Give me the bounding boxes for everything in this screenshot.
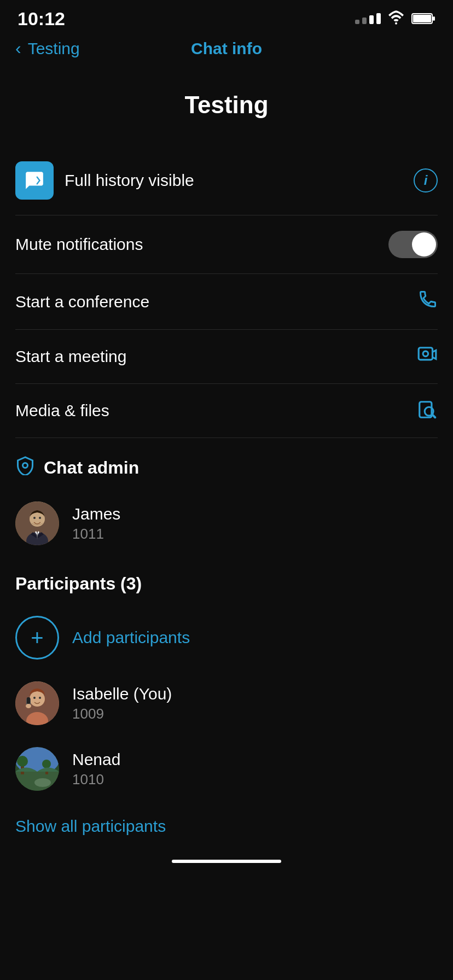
svg-rect-4 [419,348,432,360]
chevron-left-icon: ‹ [15,38,21,59]
svg-line-8 [433,415,435,418]
media-item[interactable]: Media & files [15,384,438,438]
svg-point-16 [30,691,45,707]
svg-point-30 [42,760,51,768]
group-title: Testing [0,69,453,146]
info-icon[interactable]: i [414,168,438,192]
show-all-label: Show all participants [15,817,166,835]
status-bar: 10:12 [0,0,453,33]
conference-item[interactable]: Start a conference [15,274,438,329]
toggle-knob [412,232,436,256]
isabelle-avatar [15,681,59,725]
media-label: Media & files [15,401,109,420]
svg-point-0 [395,22,397,25]
history-label: Full history visible [65,171,194,190]
isabelle-name: Isabelle (You) [72,685,172,703]
admin-person-info: James 1011 [72,505,120,542]
admin-extension: 1011 [72,526,120,542]
home-indicator [0,851,453,868]
svg-rect-2 [413,15,431,22]
nenad-extension: 1010 [72,771,120,788]
svg-point-28 [17,756,28,767]
mute-toggle[interactable] [388,231,438,258]
history-item[interactable]: Full history visible i [15,146,438,215]
participants-header-text: Participants (3) [15,574,142,594]
add-circle-icon: + [15,616,59,660]
svg-point-26 [34,778,51,787]
mute-item[interactable]: Mute notifications [15,215,438,273]
nav-bar: ‹ Testing Chat info [0,33,453,69]
admin-section-header: Chat admin [0,438,453,491]
admin-person-item: James 1011 [0,491,453,556]
status-icons [355,9,435,28]
isabelle-person-info: Isabelle (You) 1009 [72,685,172,722]
nenad-person-info: Nenad 1010 [72,750,120,788]
meeting-icon [417,345,438,368]
show-all-participants[interactable]: Show all participants [0,802,453,851]
participants-section-header: Participants (3) [0,556,453,605]
meeting-label: Start a meeting [15,347,126,366]
svg-point-19 [39,697,41,699]
add-participants-label: Add participants [72,628,190,647]
nenad-name: Nenad [72,750,120,769]
admin-header-text: Chat admin [44,458,139,478]
history-item-left: Full history visible [15,161,194,200]
svg-point-5 [423,351,428,357]
shield-icon [15,456,35,480]
james-avatar [15,501,59,545]
history-icon [15,161,54,200]
home-bar [172,860,281,863]
conference-label: Start a conference [15,293,149,311]
back-label: Testing [28,39,80,58]
battery-icon [411,13,435,25]
back-button[interactable]: ‹ Testing [15,38,80,59]
wifi-icon [387,9,405,28]
svg-point-13 [33,517,36,519]
svg-rect-21 [27,697,30,704]
participant-item-nenad: Nenad 1010 [0,736,453,802]
media-icon [417,399,438,422]
conference-section: Start a conference [0,274,453,329]
svg-point-22 [26,704,31,708]
svg-rect-3 [433,16,435,21]
signal-icon [355,13,381,24]
settings-section: Full history visible i Mute notification… [0,146,453,273]
meeting-item[interactable]: Start a meeting [15,330,438,383]
admin-name: James [72,505,120,523]
nav-title: Chat info [191,39,262,58]
svg-point-18 [33,697,36,699]
nenad-avatar [15,747,59,791]
mute-label: Mute notifications [15,235,143,254]
phone-icon [418,289,438,314]
participant-item-isabelle: Isabelle (You) 1009 [0,670,453,736]
isabelle-extension: 1009 [72,705,172,722]
add-participants-row[interactable]: + Add participants [0,605,453,670]
svg-point-14 [39,517,41,519]
status-time: 10:12 [18,8,65,30]
svg-point-9 [23,463,28,468]
media-section: Media & files [0,384,453,438]
meeting-section: Start a meeting [0,330,453,383]
